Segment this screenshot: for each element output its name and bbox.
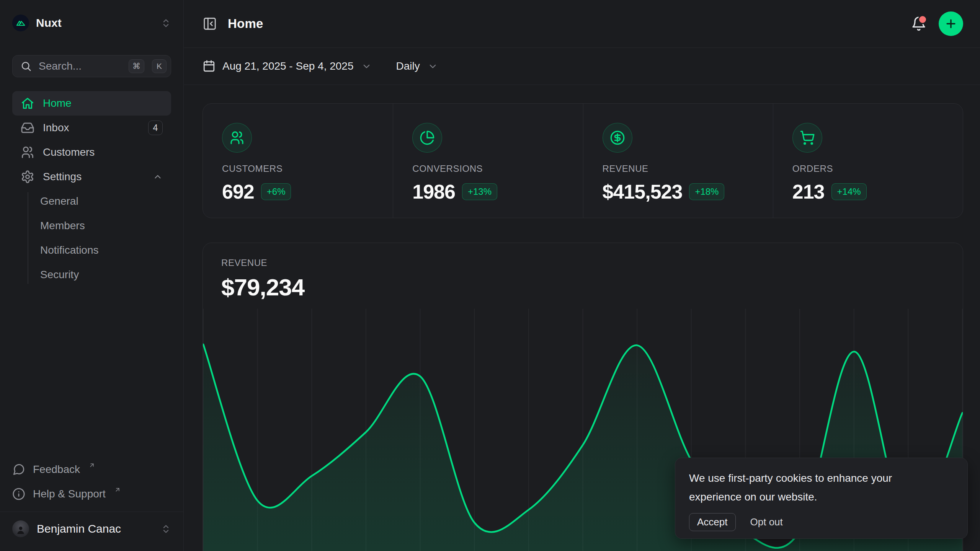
feedback-link[interactable]: Feedback <box>12 457 171 482</box>
cookie-message: We use first-party cookies to enhance yo… <box>689 469 923 506</box>
inbox-count-badge: 4 <box>148 121 163 135</box>
stat-value: $415,523 <box>603 180 683 203</box>
kbd-cmd: ⌘ <box>129 59 144 73</box>
users-icon <box>222 123 252 153</box>
sidebar-item-security[interactable]: Security <box>40 262 171 287</box>
sidebar-item-general[interactable]: General <box>40 189 171 214</box>
chevron-down-icon <box>428 61 438 72</box>
granularity-value: Daily <box>396 60 420 72</box>
stat-orders[interactable]: ORDERS 213 +14% <box>773 104 963 218</box>
kbd-k: K <box>152 59 167 73</box>
nuxt-logo-icon <box>12 15 29 31</box>
stat-revenue[interactable]: REVENUE $415,523 +18% <box>583 104 773 218</box>
team-name: Nuxt <box>36 16 154 29</box>
sidebar-nav: Home Inbox 4 Customers Settings General … <box>12 91 171 287</box>
dollar-circle-icon <box>603 123 632 153</box>
gear-icon <box>21 170 34 184</box>
revenue-chart-total: $79,234 <box>221 274 944 301</box>
sidebar-item-inbox[interactable]: Inbox 4 <box>12 116 171 140</box>
opt-out-button[interactable]: Opt out <box>750 516 783 528</box>
user-menu[interactable]: Benjamin Canac <box>12 512 171 546</box>
settings-subnav: General Members Notifications Security <box>12 189 171 287</box>
chevrons-up-down-icon <box>161 18 171 28</box>
user-name: Benjamin Canac <box>37 522 153 535</box>
stat-customers[interactable]: CUSTOMERS 692 +6% <box>203 104 393 218</box>
help-support-label: Help & Support <box>33 488 106 500</box>
date-range-value: Aug 21, 2025 - Sep 4, 2025 <box>222 60 354 72</box>
stat-label: ORDERS <box>792 163 963 174</box>
sidebar-item-home[interactable]: Home <box>12 91 171 116</box>
stat-value: 1986 <box>412 180 455 203</box>
collapse-sidebar-button[interactable] <box>203 16 217 31</box>
sidebar-item-settings[interactable]: Settings <box>12 165 171 189</box>
users-icon <box>21 145 34 159</box>
sidebar-item-label: Customers <box>43 146 95 158</box>
search-input[interactable] <box>38 60 121 73</box>
stat-delta-badge: +14% <box>831 183 867 200</box>
stat-label: CUSTOMERS <box>222 163 393 174</box>
stat-conversions[interactable]: CONVERSIONS 1986 +13% <box>393 104 583 218</box>
stat-delta-badge: +6% <box>261 183 291 200</box>
panel-left-close-icon <box>203 16 217 31</box>
external-link-icon <box>88 462 95 469</box>
help-support-link[interactable]: Help & Support <box>12 482 171 506</box>
stat-delta-badge: +18% <box>689 183 724 200</box>
sidebar-item-label: Home <box>43 97 72 109</box>
feedback-label: Feedback <box>33 463 80 476</box>
chat-bubble-icon <box>12 463 25 476</box>
page-title: Home <box>228 16 263 31</box>
chevrons-up-down-icon <box>161 524 171 534</box>
sidebar-item-members[interactable]: Members <box>40 214 171 238</box>
calendar-icon <box>203 60 216 73</box>
header-actions <box>911 11 963 36</box>
granularity-select[interactable]: Daily <box>396 60 438 72</box>
notifications-button[interactable] <box>911 16 926 31</box>
cart-icon <box>792 123 822 153</box>
sidebar: Nuxt ⌘ K Home Inbox 4 Customers Settings… <box>0 0 184 551</box>
sidebar-item-customers[interactable]: Customers <box>12 140 171 165</box>
sidebar-item-notifications[interactable]: Notifications <box>40 238 171 262</box>
stats-card: CUSTOMERS 692 +6% CONVERSIONS 1986 +13% … <box>203 103 963 218</box>
sidebar-item-label: Settings <box>43 171 82 183</box>
team-switcher[interactable]: Nuxt <box>12 14 171 32</box>
chevron-down-icon <box>361 61 372 72</box>
accept-button[interactable]: Accept <box>689 513 736 531</box>
stat-delta-badge: +13% <box>462 183 497 200</box>
filters-toolbar: Aug 21, 2025 - Sep 4, 2025 Daily <box>184 48 980 85</box>
revenue-chart-label: REVENUE <box>221 258 944 268</box>
inbox-icon <box>21 121 34 135</box>
cookie-banner: We use first-party cookies to enhance yo… <box>675 458 968 539</box>
stat-label: REVENUE <box>603 163 773 174</box>
avatar <box>12 520 29 537</box>
info-icon <box>12 487 25 500</box>
sidebar-footer: Feedback Help & Support Benjamin Canac <box>12 457 171 546</box>
date-range-picker[interactable]: Aug 21, 2025 - Sep 4, 2025 <box>203 60 372 73</box>
pie-chart-icon <box>412 123 442 153</box>
stat-label: CONVERSIONS <box>412 163 583 174</box>
search-box[interactable]: ⌘ K <box>12 55 171 77</box>
plus-icon <box>944 17 957 30</box>
external-link-icon <box>114 486 121 493</box>
sidebar-item-label: Inbox <box>43 122 69 134</box>
cookie-actions: Accept Opt out <box>689 513 954 531</box>
chevron-up-icon <box>153 172 163 182</box>
revenue-chart-header: REVENUE $79,234 <box>203 243 963 301</box>
stat-value: 692 <box>222 180 254 203</box>
add-button[interactable] <box>939 11 963 36</box>
search-icon <box>20 60 32 72</box>
notification-dot <box>918 15 927 24</box>
home-icon <box>21 96 34 110</box>
stat-value: 213 <box>792 180 825 203</box>
page-header: Home <box>184 0 980 48</box>
